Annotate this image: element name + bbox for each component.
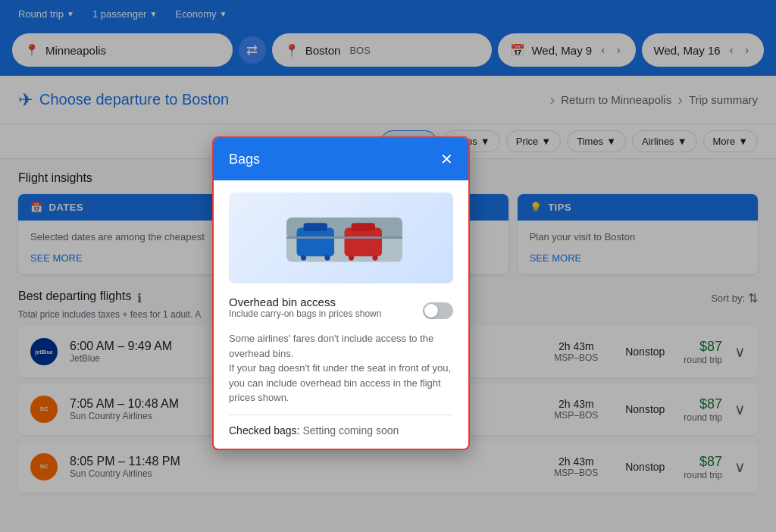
overhead-sub: Include carry-on bags in prices shown [229, 308, 381, 319]
svg-rect-6 [297, 228, 335, 257]
svg-point-13 [372, 255, 377, 261]
overhead-toggle-row: Overhead bin access Include carry-on bag… [229, 296, 453, 325]
bags-desc1: Some airlines' fares don't include acces… [229, 333, 433, 359]
bags-description: Some airlines' fares don't include acces… [229, 331, 453, 405]
bags-modal-header: Bags ✕ [214, 138, 468, 180]
svg-rect-7 [304, 223, 328, 231]
bags-modal: Bags ✕ [212, 136, 470, 450]
svg-rect-9 [352, 223, 376, 231]
svg-rect-14 [286, 236, 402, 239]
svg-point-12 [349, 255, 354, 261]
svg-rect-8 [345, 228, 383, 257]
bags-illustration-container [229, 192, 453, 283]
bags-modal-body: Overhead bin access Include carry-on bag… [214, 180, 468, 449]
bags-divider [229, 415, 453, 415]
overhead-label: Overhead bin access [229, 296, 381, 308]
checked-bags-row: Checked bags: Setting coming soon [229, 424, 453, 437]
checked-bags-label: Checked bags: [229, 424, 299, 437]
svg-point-10 [301, 255, 306, 261]
bags-desc2: If your bag doesn't fit under the seat i… [229, 362, 451, 403]
bags-close-button[interactable]: ✕ [440, 150, 453, 168]
modal-overlay: Bags ✕ [0, 0, 776, 532]
checked-bags-value: Setting coming soon [302, 424, 399, 437]
overhead-toggle[interactable] [423, 302, 453, 319]
svg-point-11 [324, 255, 330, 261]
bags-illustration-svg [273, 200, 409, 276]
bags-modal-title: Bags [229, 152, 260, 167]
